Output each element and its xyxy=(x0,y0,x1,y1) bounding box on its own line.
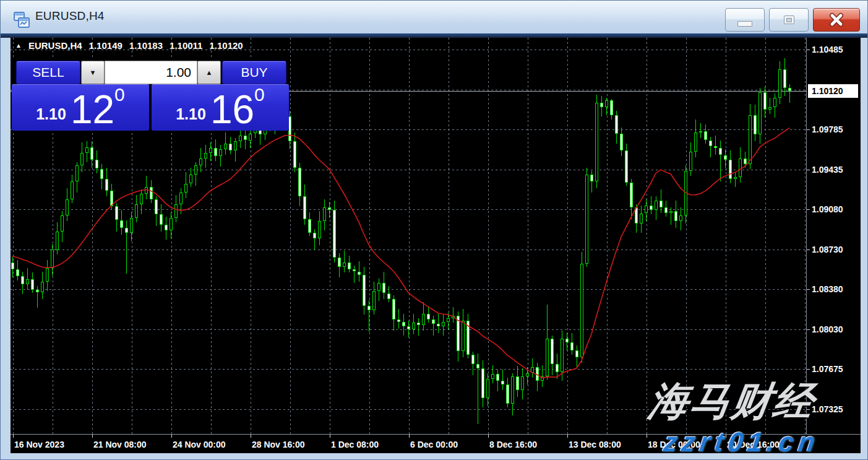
chart-plot-area[interactable]: ▲ EURUSD,H4 1.10149 1.10183 1.10011 1.10… xyxy=(11,38,806,434)
candlestick xyxy=(650,206,653,210)
candlestick xyxy=(427,314,430,319)
grid-line-horizontal xyxy=(11,409,806,410)
grid-line-vertical xyxy=(488,38,489,434)
candlestick xyxy=(16,269,19,276)
price-axis[interactable]: 1.10120 1.104851.097851.094351.090801.08… xyxy=(806,38,861,434)
candle-wick xyxy=(453,307,453,323)
candlestick xyxy=(526,373,529,377)
sell-price-display[interactable]: 1.10 12 0 xyxy=(12,84,149,131)
volume-increase-button[interactable]: ▲ xyxy=(197,61,221,84)
volume-decrease-button[interactable]: ▼ xyxy=(81,61,105,84)
candlestick xyxy=(36,290,39,292)
candlestick xyxy=(739,158,742,177)
ohlc-high: 1.10183 xyxy=(129,40,163,51)
grid-line-vertical xyxy=(409,38,410,434)
candlestick xyxy=(56,232,59,250)
price-axis-tick xyxy=(807,409,810,410)
ohlc-close: 1.10120 xyxy=(209,40,243,51)
price-axis-tick xyxy=(807,129,810,130)
candlestick xyxy=(541,376,544,381)
price-axis-label: 1.09785 xyxy=(812,124,843,134)
candlestick xyxy=(432,319,435,324)
candlestick xyxy=(778,69,781,98)
candlestick xyxy=(565,339,569,342)
candlestick xyxy=(31,279,34,290)
price-axis-label: 1.09435 xyxy=(812,165,843,175)
candlestick xyxy=(521,376,524,390)
buy-price-display[interactable]: 1.10 16 0 xyxy=(152,84,289,131)
candlestick xyxy=(595,103,598,181)
price-axis-tick xyxy=(807,50,810,50)
candlestick xyxy=(372,291,376,310)
candlestick xyxy=(585,175,588,264)
sell-button[interactable]: SELL xyxy=(16,61,80,84)
candlestick xyxy=(664,207,668,213)
candlestick xyxy=(135,204,138,218)
candlestick xyxy=(471,355,475,364)
candlestick xyxy=(145,187,148,194)
chevron-up-icon: ▲ xyxy=(206,69,213,76)
candlestick xyxy=(204,153,207,158)
time-axis-tick xyxy=(647,435,647,438)
ohlc-open: 1.10149 xyxy=(89,40,122,51)
grid-line-vertical xyxy=(607,38,608,434)
candlestick xyxy=(605,100,608,107)
candlestick xyxy=(402,322,405,326)
candle-wick xyxy=(770,98,770,114)
grid-line-horizontal xyxy=(11,170,806,170)
buy-price-prefix: 1.10 xyxy=(176,105,206,123)
candlestick xyxy=(655,201,658,210)
buy-button[interactable]: BUY xyxy=(222,61,286,84)
time-axis-label: 18 Dec 00:00 xyxy=(648,440,700,449)
collapse-chart-icon[interactable]: ▲ xyxy=(15,42,22,49)
time-axis-label: 24 Nov 00:00 xyxy=(173,440,226,449)
window-title: EURUSD,H4 xyxy=(35,9,105,23)
candlestick xyxy=(348,263,351,269)
candlestick xyxy=(744,158,747,164)
candlestick xyxy=(125,228,128,232)
candlestick xyxy=(674,211,677,222)
time-axis[interactable]: 16 Nov 202321 Nov 08:0024 Nov 00:0028 No… xyxy=(11,434,861,453)
restore-button[interactable] xyxy=(769,8,809,32)
candlestick xyxy=(219,149,222,156)
restore-icon xyxy=(784,15,794,24)
candlestick xyxy=(511,376,514,404)
title-bar-separator xyxy=(1,33,867,38)
candlestick xyxy=(298,168,301,196)
candlestick xyxy=(437,324,440,326)
candlestick xyxy=(105,179,108,190)
candlestick xyxy=(165,225,168,230)
candlestick xyxy=(660,201,663,207)
price-axis-label: 1.07675 xyxy=(812,364,843,374)
minimize-button[interactable] xyxy=(725,8,765,32)
candlestick xyxy=(363,275,366,306)
ohlc-symbol: EURUSD,H4 xyxy=(28,40,82,51)
price-axis-tick xyxy=(807,209,810,210)
time-axis-label: 6 Dec 00:00 xyxy=(410,440,458,449)
candlestick xyxy=(71,181,74,200)
candlestick xyxy=(630,183,633,208)
candlestick xyxy=(313,233,316,238)
time-axis-label: 1 Dec 08:00 xyxy=(331,440,379,449)
candlestick xyxy=(788,88,791,92)
chevron-down-icon: ▼ xyxy=(90,69,97,76)
candlestick xyxy=(41,282,44,292)
candlestick xyxy=(625,150,628,183)
time-axis-tick xyxy=(251,435,251,438)
grid-line-vertical xyxy=(449,38,449,434)
close-button[interactable] xyxy=(813,8,860,32)
title-bar[interactable]: EURUSD,H4 xyxy=(1,1,867,33)
candle-wick xyxy=(671,207,671,225)
ohlc-low: 1.10011 xyxy=(170,40,202,51)
time-axis-tick xyxy=(726,435,726,438)
price-axis-label: 1.08730 xyxy=(812,245,843,254)
time-axis-label: 21 Nov 08:00 xyxy=(93,440,147,449)
candlestick xyxy=(610,100,613,115)
candlestick xyxy=(184,184,187,193)
candlestick xyxy=(754,115,757,134)
price-axis-tick xyxy=(807,289,810,290)
candlestick xyxy=(90,147,93,160)
grid-line-vertical xyxy=(686,38,687,434)
volume-input[interactable] xyxy=(105,61,197,84)
candlestick xyxy=(303,196,306,219)
